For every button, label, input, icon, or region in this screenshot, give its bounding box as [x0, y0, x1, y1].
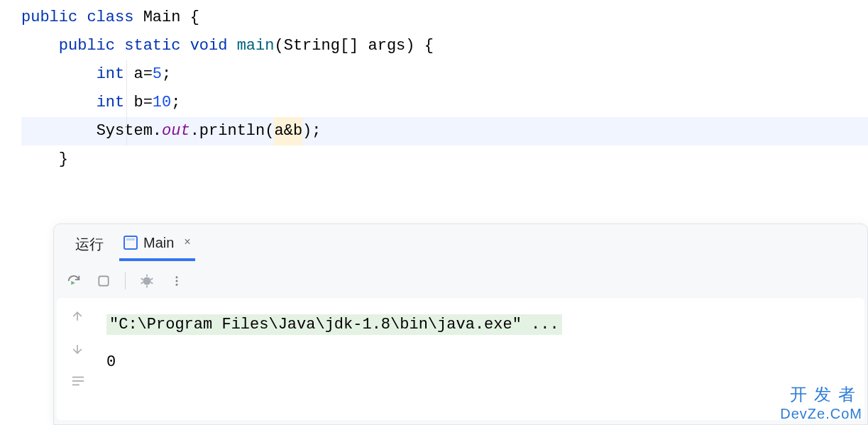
- stop-icon[interactable]: [95, 272, 112, 289]
- semicolon: ;: [162, 60, 171, 89]
- watermark-en: DevZe.CoM: [780, 406, 862, 422]
- toolbar-divider: [125, 272, 126, 289]
- svg-line-6: [141, 282, 143, 284]
- expr-args: a&b: [274, 117, 302, 145]
- class-name: Main: [143, 4, 181, 32]
- method-call: .println(: [190, 117, 275, 145]
- code-line-1[interactable]: public class Main {: [21, 4, 868, 32]
- keyword-int: int: [97, 60, 125, 89]
- run-toolbar: [54, 264, 867, 298]
- soft-wrap-icon[interactable]: [70, 375, 86, 390]
- console-gutter: [57, 298, 99, 420]
- keyword-class: class: [87, 4, 133, 32]
- params: (String[] args) {: [274, 32, 433, 60]
- arrow-down-icon[interactable]: [70, 342, 86, 358]
- field-out: out: [162, 117, 190, 145]
- number-literal: 5: [153, 60, 162, 89]
- debug-icon[interactable]: [138, 272, 155, 289]
- var-decl: a=: [124, 60, 153, 89]
- tab-main-label: Main: [143, 235, 174, 251]
- method-name: main: [237, 32, 275, 60]
- svg-line-7: [151, 282, 153, 284]
- number-literal: 10: [153, 89, 171, 117]
- svg-point-1: [143, 277, 151, 285]
- console-area: "C:\Program Files\Java\jdk-1.8\bin\java.…: [57, 298, 864, 420]
- brace-close: }: [59, 145, 68, 174]
- code-line-2[interactable]: public static void main(String[] args) {: [21, 32, 868, 60]
- output-command: "C:\Program Files\Java\jdk-1.8\bin\java.…: [106, 314, 562, 335]
- svg-point-8: [176, 276, 178, 278]
- watermark-cn: 开发者: [780, 383, 862, 406]
- code-line-6[interactable]: }: [21, 145, 868, 174]
- app-icon: [123, 236, 138, 250]
- svg-rect-0: [99, 276, 108, 285]
- keyword-int: int: [97, 89, 125, 117]
- svg-point-9: [176, 280, 178, 282]
- run-label[interactable]: 运行: [68, 229, 111, 260]
- svg-point-10: [176, 284, 178, 286]
- panel-tab-bar: 运行 Main ×: [54, 224, 867, 264]
- semicolon: ;: [171, 89, 180, 117]
- svg-line-4: [141, 278, 143, 280]
- keyword-void: void: [190, 32, 228, 60]
- rerun-icon[interactable]: [65, 272, 82, 289]
- keyword-public: public: [59, 32, 115, 60]
- keyword-public: public: [21, 4, 77, 32]
- output-line-1: "C:\Program Files\Java\jdk-1.8\bin\java.…: [106, 307, 857, 344]
- watermark: 开发者 DevZe.CoM: [780, 383, 862, 422]
- stmt-end: );: [302, 117, 321, 145]
- keyword-static: static: [124, 32, 180, 60]
- svg-line-5: [151, 278, 153, 280]
- console-output[interactable]: "C:\Program Files\Java\jdk-1.8\bin\java.…: [99, 298, 864, 420]
- more-icon[interactable]: [168, 272, 185, 289]
- close-icon[interactable]: ×: [180, 236, 191, 249]
- code-line-3[interactable]: int a=5;: [21, 60, 868, 89]
- code-editor[interactable]: public class Main { public static void m…: [0, 0, 868, 174]
- brace-open: {: [190, 4, 199, 32]
- tab-main[interactable]: Main ×: [119, 228, 195, 261]
- class-ref: System.: [97, 117, 162, 145]
- code-line-5[interactable]: System.out.println(a&b);: [21, 117, 868, 145]
- output-line-2: 0: [106, 344, 857, 382]
- run-tool-window: 运行 Main ×: [53, 223, 868, 425]
- var-decl: b=: [124, 89, 153, 117]
- arrow-up-icon[interactable]: [70, 309, 86, 325]
- code-line-4[interactable]: int b=10;: [21, 89, 868, 117]
